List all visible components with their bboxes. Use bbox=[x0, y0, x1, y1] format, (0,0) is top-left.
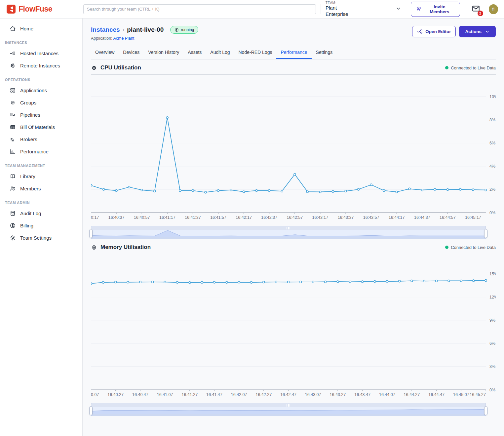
sidebar-item-label: Library bbox=[20, 174, 35, 179]
zoom-handle-right[interactable] bbox=[484, 406, 487, 415]
svg-text:16:41:27: 16:41:27 bbox=[181, 392, 198, 397]
svg-text:16:43:07: 16:43:07 bbox=[305, 392, 321, 397]
open-editor-button[interactable]: Open Editor bbox=[412, 26, 456, 37]
sidebar-item-members[interactable]: Members bbox=[0, 182, 82, 195]
tab-node-red-logs[interactable]: Node-RED Logs bbox=[234, 46, 277, 59]
cpu-utilisation-section: CPU Utilisation Connected to Live Data 0… bbox=[91, 64, 496, 239]
library-icon bbox=[10, 173, 16, 179]
svg-text:16:41:57: 16:41:57 bbox=[210, 215, 226, 220]
sidebar-item-team-settings[interactable]: Team Settings bbox=[0, 232, 82, 244]
invite-members-button[interactable]: Invite Members bbox=[411, 2, 460, 17]
zoom-handle-right[interactable] bbox=[484, 229, 487, 238]
sidebar-item-label: Groups bbox=[20, 100, 36, 105]
memory-chip-icon bbox=[91, 244, 97, 251]
sidebar-item-brokers[interactable]: Brokers bbox=[0, 133, 82, 145]
zoom-slider-track bbox=[91, 237, 486, 239]
tab-settings[interactable]: Settings bbox=[312, 46, 337, 59]
notification-count-badge: 2 bbox=[478, 11, 483, 16]
zoom-handle-left[interactable] bbox=[89, 229, 93, 238]
application-label: Application: bbox=[91, 36, 112, 41]
notifications-button[interactable]: 2 bbox=[472, 4, 480, 14]
sidebar: HomeINSTANCESHosted InstancesRemote Inst… bbox=[0, 19, 83, 436]
sidebar-item-remote-instances[interactable]: Remote Instances bbox=[0, 59, 82, 72]
zoom-slider-grip[interactable] bbox=[91, 226, 486, 230]
live-dot-icon bbox=[445, 246, 448, 249]
svg-text:16:43:57: 16:43:57 bbox=[363, 215, 379, 220]
tab-overview[interactable]: Overview bbox=[91, 46, 119, 59]
breadcrumb-separator: › bbox=[123, 26, 125, 33]
memory-chart[interactable]: 0%3%6%9%12%15%0:0716:40:2716:40:4716:41:… bbox=[91, 254, 496, 399]
top-bar: FlowFuse TEAM: Plant Enterprise Invite M… bbox=[0, 0, 504, 19]
sidebar-item-hosted-instances[interactable]: Hosted Instances bbox=[0, 47, 82, 59]
svg-text:6%: 6% bbox=[489, 341, 495, 346]
svg-text:16:40:57: 16:40:57 bbox=[134, 215, 150, 220]
svg-text:16:45:17: 16:45:17 bbox=[465, 215, 481, 220]
status-badge-label: running bbox=[181, 27, 194, 32]
open-editor-label: Open Editor bbox=[425, 29, 451, 34]
sidebar-item-label: Billing bbox=[20, 223, 33, 228]
memory-zoom-slider[interactable] bbox=[91, 403, 486, 416]
sidebar-item-label: Members bbox=[20, 186, 41, 191]
cpu-chart[interactable]: 0%2%4%6%8%10%0:1716:40:3716:40:5716:41:1… bbox=[91, 75, 496, 222]
cpu-chip-icon bbox=[91, 65, 97, 71]
actions-button[interactable]: Actions bbox=[459, 26, 496, 37]
sidebar-item-label: Brokers bbox=[20, 137, 37, 142]
tab-devices[interactable]: Devices bbox=[119, 46, 144, 59]
sidebar-item-billing[interactable]: Billing bbox=[0, 219, 82, 232]
zoom-slider-area[interactable] bbox=[91, 407, 486, 414]
sidebar-item-applications[interactable]: Applications bbox=[0, 84, 82, 97]
svg-text:16:44:07: 16:44:07 bbox=[379, 392, 395, 397]
sidebar-item-bill-of-materials[interactable]: Bill Of Materials bbox=[0, 121, 82, 133]
svg-text:16:40:47: 16:40:47 bbox=[132, 392, 148, 397]
play-circle-icon bbox=[174, 28, 179, 32]
tab-version-history[interactable]: Version History bbox=[144, 46, 183, 59]
application-line: Application: Acme Plant bbox=[91, 36, 198, 41]
svg-text:16:44:27: 16:44:27 bbox=[404, 392, 420, 397]
application-link[interactable]: Acme Plant bbox=[113, 36, 134, 41]
svg-text:16:41:37: 16:41:37 bbox=[185, 215, 201, 220]
sidebar-item-pipelines[interactable]: Pipelines bbox=[0, 109, 82, 121]
sidebar-item-label: Remote Instances bbox=[20, 63, 60, 68]
chevron-down-icon[interactable] bbox=[396, 6, 401, 13]
cpu-zoom-slider[interactable] bbox=[91, 226, 486, 239]
breadcrumb-instances-link[interactable]: Instances bbox=[91, 26, 120, 33]
zoom-slider-grip[interactable] bbox=[91, 403, 486, 407]
sidebar-section-title: INSTANCES bbox=[5, 41, 82, 45]
tab-assets[interactable]: Assets bbox=[183, 46, 206, 59]
search-input[interactable] bbox=[83, 4, 316, 14]
svg-text:16:42:37: 16:42:37 bbox=[261, 215, 277, 220]
flow-icon bbox=[417, 29, 423, 34]
team-selector[interactable]: TEAM: Plant Enterprise bbox=[326, 1, 401, 18]
zoom-slider-area[interactable] bbox=[91, 230, 486, 237]
svg-text:9%: 9% bbox=[489, 318, 495, 323]
divider bbox=[321, 4, 321, 14]
performance-icon bbox=[10, 148, 16, 155]
flowfuse-logo[interactable]: FlowFuse bbox=[7, 5, 83, 14]
svg-text:16:44:17: 16:44:17 bbox=[389, 215, 405, 220]
avatar[interactable]: fl bbox=[489, 4, 498, 14]
team-name: Plant Enterprise bbox=[326, 5, 357, 18]
cpu-chart-title: CPU Utilisation bbox=[100, 64, 141, 71]
memory-chart-title: Memory Utilisation bbox=[100, 244, 151, 251]
tab-audit-log[interactable]: Audit Log bbox=[206, 46, 234, 59]
svg-text:16:43:27: 16:43:27 bbox=[330, 392, 346, 397]
status-badge: running bbox=[170, 26, 198, 34]
sidebar-item-label: Hosted Instances bbox=[20, 51, 58, 56]
svg-text:16:42:57: 16:42:57 bbox=[287, 215, 303, 220]
tab-performance[interactable]: Performance bbox=[276, 46, 311, 59]
sidebar-section-title: TEAM ADMIN bbox=[5, 201, 82, 205]
divider bbox=[465, 4, 465, 14]
sidebar-item-performance[interactable]: Performance bbox=[0, 145, 82, 158]
sidebar-item-library[interactable]: Library bbox=[0, 170, 82, 182]
sidebar-item-audit-log[interactable]: Audit Log bbox=[0, 207, 82, 219]
hosted-instances-icon bbox=[10, 50, 16, 57]
svg-text:2%: 2% bbox=[489, 187, 495, 192]
sidebar-item-home[interactable]: Home bbox=[0, 22, 82, 35]
svg-text:16:41:07: 16:41:07 bbox=[157, 392, 173, 397]
pipelines-icon bbox=[10, 112, 16, 118]
svg-text:16:41:47: 16:41:47 bbox=[206, 392, 222, 397]
sidebar-item-label: Home bbox=[20, 26, 33, 31]
sidebar-item-groups[interactable]: Groups bbox=[0, 97, 82, 109]
zoom-handle-left[interactable] bbox=[89, 406, 93, 415]
memory-utilisation-section: Memory Utilisation Connected to Live Dat… bbox=[91, 244, 496, 416]
